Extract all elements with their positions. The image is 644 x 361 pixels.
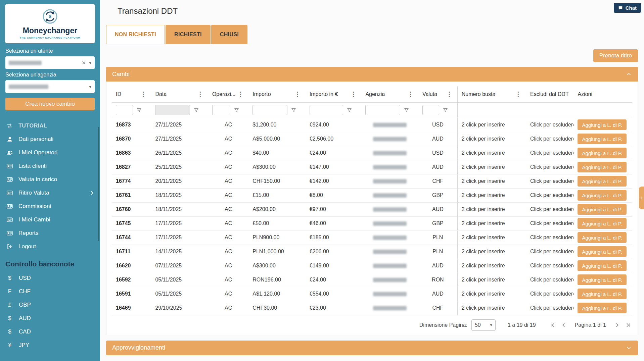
tab-chiusi[interactable]: CHIUSI (211, 25, 247, 44)
cambi-panel-header[interactable]: Cambi (106, 67, 638, 82)
edge-collapse-handle[interactable]: ‹ (639, 187, 644, 209)
sidebar-item-i-miei-operatori[interactable]: I Miei Operatori (0, 146, 100, 159)
first-page-icon[interactable] (549, 321, 556, 329)
cell-numero_busta[interactable]: 2 click per inserire (457, 132, 526, 146)
filter-input-valuta[interactable] (422, 105, 439, 115)
currency-item-usd[interactable]: $USD (0, 271, 100, 285)
add-to-ldp-button[interactable]: Aggiungi a L. di P. (578, 260, 627, 271)
chevron-down-icon[interactable] (626, 345, 632, 351)
filter-input-agenzia[interactable] (365, 105, 400, 115)
column-header-azioni[interactable]: Azioni (573, 86, 632, 102)
agency-select[interactable]: ▾ (5, 80, 95, 93)
column-header-id[interactable]: ID⋮ (112, 86, 151, 102)
column-header-escludi[interactable]: Escludi dal DDT (526, 86, 573, 102)
sidebar-item-i-miei-cambi[interactable]: I Miei Cambi (0, 213, 100, 226)
filter-icon[interactable] (443, 107, 448, 113)
column-header-valuta[interactable]: Valuta⋮ (418, 86, 457, 102)
cell-numero_busta[interactable]: 2 click per inserire (457, 301, 526, 315)
tab-richiesti[interactable]: RICHIESTI (166, 25, 211, 44)
filter-icon[interactable] (136, 107, 142, 113)
column-menu-icon[interactable]: ⋮ (196, 90, 204, 98)
cell-escludi[interactable]: Click per escludere (526, 259, 573, 273)
column-header-data[interactable]: Data⋮ (151, 86, 208, 102)
column-header-numero_busta[interactable]: Numero busta⋮ (457, 86, 526, 102)
cell-escludi[interactable]: Click per escludere (526, 160, 573, 174)
cell-numero_busta[interactable]: 2 click per inserire (457, 188, 526, 202)
filter-icon[interactable] (404, 107, 409, 113)
cell-escludi[interactable]: Click per escludere (526, 287, 573, 301)
filter-icon[interactable] (193, 107, 199, 113)
filter-input-op[interactable] (212, 105, 230, 115)
column-header-agenzia[interactable]: Agenzia⋮ (361, 86, 418, 102)
add-to-ldp-button[interactable]: Aggiungi a L. di P. (578, 190, 627, 201)
cell-numero_busta[interactable]: 2 click per inserire (457, 273, 526, 287)
column-menu-icon[interactable]: ⋮ (514, 90, 522, 98)
column-menu-icon[interactable]: ⋮ (350, 90, 357, 98)
add-to-ldp-button[interactable]: Aggiungi a L. di P. (578, 218, 627, 229)
column-menu-icon[interactable]: ⋮ (294, 90, 302, 98)
sidebar-scrollbar[interactable] (98, 127, 99, 241)
cell-numero_busta[interactable]: 2 click per inserire (457, 230, 526, 245)
chevron-up-icon[interactable] (626, 71, 632, 77)
sidebar-item-valuta-in-carico[interactable]: Valuta in carico (0, 173, 100, 186)
cell-escludi[interactable]: Click per escludere (526, 118, 573, 132)
column-header-importo_eur[interactable]: Importo in €⋮ (306, 86, 362, 102)
cell-escludi[interactable]: Click per escludere (526, 146, 573, 160)
prenota-ritiro-button[interactable]: Prenota ritiro (593, 49, 638, 62)
cell-numero_busta[interactable]: 2 click per inserire (457, 160, 526, 174)
column-menu-icon[interactable]: ⋮ (237, 90, 244, 98)
cell-numero_busta[interactable]: 2 click per inserire (457, 287, 526, 301)
add-to-ldp-button[interactable]: Aggiungi a L. di P. (578, 162, 627, 172)
chevron-down-icon[interactable]: ▾ (89, 60, 91, 65)
cell-escludi[interactable]: Click per escludere (526, 132, 573, 146)
cell-numero_busta[interactable]: 2 click per inserire (457, 245, 526, 259)
currency-item-aud[interactable]: $AUD (0, 312, 100, 325)
sidebar-item-ritiro-valuta[interactable]: Ritiro Valuta (0, 186, 100, 200)
chevron-down-icon[interactable]: ▾ (89, 84, 91, 89)
chat-button[interactable]: Chat (614, 3, 641, 13)
user-select[interactable]: × ▾ (5, 56, 95, 69)
add-to-ldp-button[interactable]: Aggiungi a L. di P. (578, 246, 627, 257)
previous-page-icon[interactable] (560, 321, 567, 329)
add-to-ldp-button[interactable]: Aggiungi a L. di P. (578, 303, 627, 313)
filter-input-importo[interactable] (252, 105, 287, 115)
sidebar-item-logout[interactable]: Logout (0, 240, 100, 253)
filter-icon[interactable] (347, 107, 352, 113)
page-size-select[interactable]: 50 ▾ (471, 319, 496, 331)
column-header-op[interactable]: Operazi...⋮ (208, 86, 248, 102)
filter-input-data[interactable] (155, 105, 190, 115)
column-menu-icon[interactable]: ⋮ (446, 90, 453, 98)
cell-numero_busta[interactable]: 2 click per inserire (457, 216, 526, 230)
column-menu-icon[interactable]: ⋮ (407, 90, 414, 98)
cell-escludi[interactable]: Click per escludere (526, 301, 573, 315)
cell-numero_busta[interactable]: 2 click per inserire (457, 118, 526, 132)
cell-escludi[interactable]: Click per escludere (526, 188, 573, 202)
filter-icon[interactable] (234, 107, 239, 113)
cell-escludi[interactable]: Click per escludere (526, 174, 573, 188)
currency-item-gbp[interactable]: £GBP (0, 298, 100, 312)
filter-icon[interactable] (291, 107, 296, 113)
cell-numero_busta[interactable]: 2 click per inserire (457, 259, 526, 273)
cell-numero_busta[interactable]: 2 click per inserire (457, 174, 526, 188)
sidebar-item-commissioni[interactable]: Commissioni (0, 200, 100, 213)
add-to-ldp-button[interactable]: Aggiungi a L. di P. (578, 274, 627, 285)
currency-item-cad[interactable]: $CAD (0, 325, 100, 339)
clear-icon[interactable]: × (82, 59, 86, 66)
cell-escludi[interactable]: Click per escludere (526, 216, 573, 230)
currency-item-chf[interactable]: FCHF (0, 285, 100, 298)
sidebar-item-lista-clienti[interactable]: Lista clienti (0, 159, 100, 173)
add-to-ldp-button[interactable]: Aggiungi a L. di P. (578, 119, 627, 130)
add-to-ldp-button[interactable]: Aggiungi a L. di P. (578, 176, 627, 187)
sidebar-item-dati-personali[interactable]: Dati personali (0, 133, 100, 146)
currency-item-jpy[interactable]: ¥JPY (0, 339, 100, 352)
add-to-ldp-button[interactable]: Aggiungi a L. di P. (578, 232, 627, 243)
create-cambio-button[interactable]: Crea nuovo cambio (5, 98, 95, 110)
next-page-icon[interactable] (613, 321, 621, 329)
add-to-ldp-button[interactable]: Aggiungi a L. di P. (578, 148, 627, 158)
add-to-ldp-button[interactable]: Aggiungi a L. di P. (578, 289, 627, 299)
cell-numero_busta[interactable]: 2 click per inserire (457, 202, 526, 216)
filter-input-importo_eur[interactable] (310, 105, 343, 115)
cell-escludi[interactable]: Click per escludere (526, 202, 573, 216)
column-header-importo[interactable]: Importo⋮ (248, 86, 306, 102)
tab-non-richiesti[interactable]: NON RICHIESTI (106, 25, 165, 44)
